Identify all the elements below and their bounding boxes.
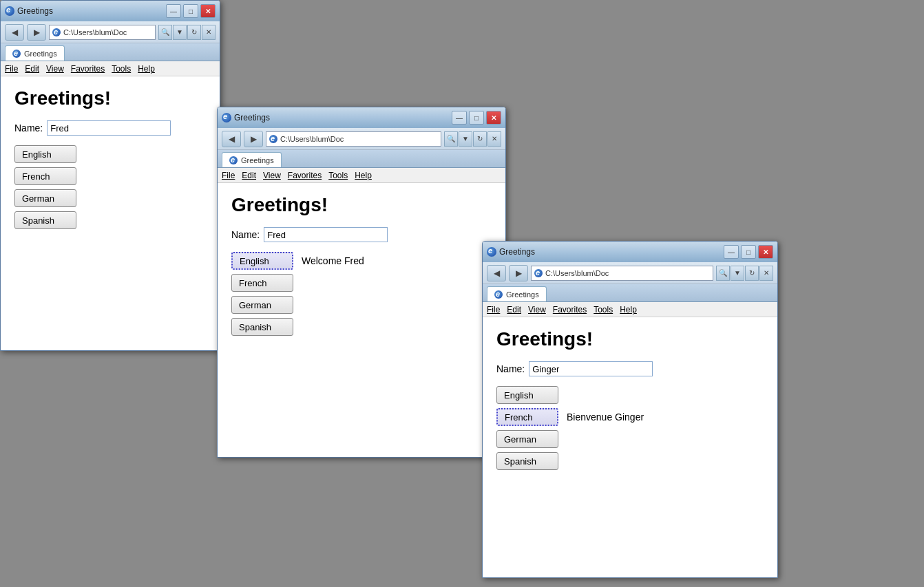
btn-line-english-1: English [14,145,206,163]
back-btn-1[interactable]: ◀ [5,24,24,41]
btn-line-french-1: French [14,167,206,185]
page-content-3: Greetings! Name: English French Bienvenu… [483,317,777,577]
minimize-btn-2[interactable]: — [452,111,467,125]
tab-label-2: Greetings [241,156,274,164]
btn-line-german-1: German [14,189,206,207]
address-ie-icon-3 [534,269,543,277]
address-bar-2: ◀ ▶ C:\Users\blum\Doc 🔍 ▼ ↻ ✕ [218,128,505,150]
menu-view-3[interactable]: View [528,305,546,314]
menu-edit-2[interactable]: Edit [242,171,256,180]
go-btn-3[interactable]: ▼ [731,266,744,281]
tab-label-3: Greetings [506,290,539,299]
name-input-1[interactable] [47,120,171,136]
refresh-btn-2[interactable]: ↻ [473,131,487,147]
tab-bar-1: Greetings [1,43,220,61]
german-btn-2[interactable]: German [231,296,293,314]
close-btn-2[interactable]: ✕ [486,111,501,125]
menu-help-2[interactable]: Help [355,171,372,180]
greeting-text-3: Bienvenue Ginger [567,412,644,423]
address-box-1[interactable]: C:\Users\blum\Doc [49,25,156,40]
btn-line-german-3: German [496,430,764,448]
address-btns-2: 🔍 ▼ ↻ ✕ [444,131,501,147]
menu-tools-1[interactable]: Tools [112,64,131,74]
search-btn-1[interactable]: 🔍 [158,25,172,40]
address-bar-1: ◀ ▶ C:\Users\blum\Doc 🔍 ▼ ↻ ✕ [1,21,220,43]
spanish-btn-1[interactable]: Spanish [14,211,76,229]
title-bar-3: Greetings — □ ✕ [483,242,777,262]
search-btn-3[interactable]: 🔍 [716,266,730,281]
spanish-btn-2[interactable]: Spanish [231,318,293,336]
title-controls-3: — □ ✕ [724,245,773,259]
menu-file-3[interactable]: File [487,305,500,314]
english-btn-3[interactable]: English [496,386,558,404]
menu-tools-3[interactable]: Tools [594,305,613,314]
title-bar-1: Greetings — □ ✕ [1,1,220,21]
menu-tools-2[interactable]: Tools [328,171,348,180]
tab-bar-2: Greetings [218,150,505,168]
close-btn-3[interactable]: ✕ [758,245,773,259]
maximize-btn-2[interactable]: □ [469,111,484,125]
maximize-btn-3[interactable]: □ [741,245,756,259]
address-box-2[interactable]: C:\Users\blum\Doc [266,131,441,147]
tab-ie-icon-1 [12,50,21,58]
menu-help-3[interactable]: Help [620,305,637,314]
forward-btn-1[interactable]: ▶ [27,24,46,41]
menu-favorites-1[interactable]: Favorites [71,64,105,74]
name-input-2[interactable] [264,227,388,242]
title-text-2: Greetings [234,113,270,122]
german-btn-1[interactable]: German [14,189,76,207]
back-btn-2[interactable]: ◀ [222,131,241,147]
menu-favorites-3[interactable]: Favorites [553,305,587,314]
french-btn-1[interactable]: French [14,167,76,185]
stop-btn-2[interactable]: ✕ [487,131,501,147]
go-btn-2[interactable]: ▼ [459,131,472,147]
refresh-btn-3[interactable]: ↻ [745,266,759,281]
btn-line-english-3: English [496,386,764,404]
menu-edit-1[interactable]: Edit [25,64,39,74]
menu-help-1[interactable]: Help [138,64,155,74]
address-ie-icon-1 [52,28,61,36]
minimize-btn-1[interactable]: — [166,4,181,18]
address-text-3: C:\Users\blum\Doc [545,269,609,277]
minimize-btn-3[interactable]: — [724,245,739,259]
close-btn-1[interactable]: ✕ [200,4,216,18]
english-btn-1[interactable]: English [14,145,76,163]
back-btn-3[interactable]: ◀ [487,265,506,281]
tab-greetings-1[interactable]: Greetings [5,45,65,61]
maximize-btn-1[interactable]: □ [183,4,198,18]
menu-favorites-2[interactable]: Favorites [288,171,322,180]
title-controls-1: — □ ✕ [166,4,216,18]
ie-icon-3 [487,247,496,257]
forward-btn-2[interactable]: ▶ [244,131,263,147]
spanish-btn-3[interactable]: Spanish [496,452,558,470]
address-ie-icon-2 [269,135,277,143]
address-btns-3: 🔍 ▼ ↻ ✕ [716,266,773,281]
refresh-btn-1[interactable]: ↻ [187,25,201,40]
btn-line-french-2: French [231,274,492,292]
french-btn-2[interactable]: French [231,274,293,292]
name-input-3[interactable] [529,361,653,376]
btn-line-french-3: French Bienvenue Ginger [496,408,764,426]
menu-file-1[interactable]: File [5,64,18,74]
tab-bar-3: Greetings [483,284,777,302]
english-btn-2[interactable]: English [231,252,293,270]
german-btn-3[interactable]: German [496,430,558,448]
menu-file-2[interactable]: File [222,171,235,180]
search-btn-2[interactable]: 🔍 [444,131,458,147]
buttons-row-2: English Welcome Fred French German Spani… [231,252,492,336]
go-btn-1[interactable]: ▼ [173,25,187,40]
btn-line-english-2: English Welcome Fred [231,252,492,270]
french-btn-3[interactable]: French [496,408,558,426]
menu-edit-3[interactable]: Edit [507,305,521,314]
address-box-3[interactable]: C:\Users\blum\Doc [531,266,713,281]
menu-view-2[interactable]: View [263,171,281,180]
tab-greetings-2[interactable]: Greetings [222,152,282,167]
tab-greetings-3[interactable]: Greetings [487,286,547,301]
menu-bar-2: File Edit View Favorites Tools Help [218,168,505,183]
stop-btn-3[interactable]: ✕ [759,266,773,281]
title-text-1: Greetings [17,6,53,16]
browser-window-2: Greetings — □ ✕ ◀ ▶ C:\Users\blum\Doc 🔍 … [217,107,506,458]
stop-btn-1[interactable]: ✕ [202,25,216,40]
forward-btn-3[interactable]: ▶ [509,265,528,281]
menu-view-1[interactable]: View [46,64,64,74]
